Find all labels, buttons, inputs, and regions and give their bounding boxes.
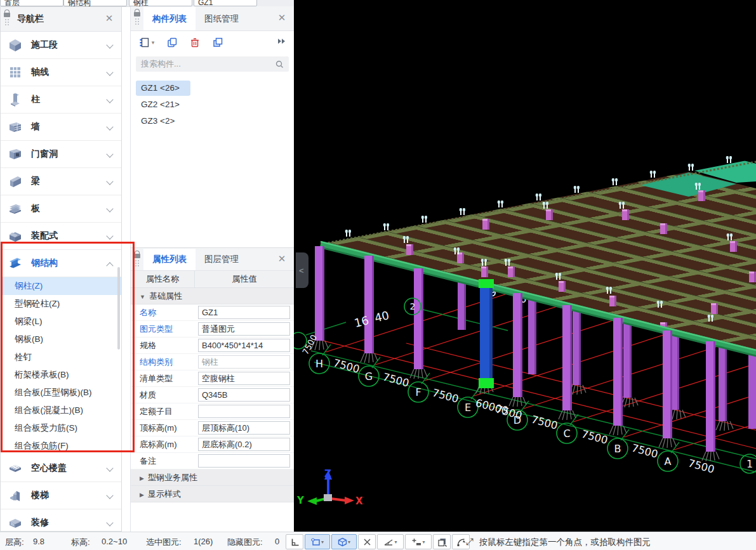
component-list-item[interactable]: GZ1 <26>	[136, 81, 190, 96]
new-document-icon	[139, 37, 150, 48]
section-basic-properties[interactable]: ▼基础属性	[131, 288, 294, 304]
selection-box-button[interactable]: ▾	[305, 534, 330, 549]
sidebar-subitem-src-column[interactable]: 型钢砼柱(Z)	[1, 295, 121, 313]
3d-viewport[interactable]: 49 0	[294, 0, 756, 532]
search-placeholder: 搜索构件...	[141, 58, 275, 70]
new-component-button[interactable]: ▾	[136, 34, 157, 51]
sidebar-item-prefab[interactable]: 装配式	[1, 223, 121, 250]
close-icon[interactable]: ✕	[276, 12, 288, 23]
panel-collapse-tab[interactable]: <	[296, 252, 308, 288]
panel-drag-handle[interactable]	[131, 248, 143, 270]
property-value-input[interactable]: GZ1	[198, 306, 290, 319]
sidebar-item-steel-structure[interactable]: 钢结构	[1, 250, 121, 277]
panel-drag-handle[interactable]	[131, 6, 143, 30]
property-value-input[interactable]: Q345B	[198, 388, 290, 402]
floor-height-label: 层高:	[5, 537, 24, 548]
view-3d-button[interactable]: ▾	[331, 534, 357, 549]
section-display-style[interactable]: ▶显示样式	[131, 486, 294, 502]
copy-component-button[interactable]	[164, 34, 180, 51]
sidebar-subitem-stud[interactable]: 栓钉	[1, 348, 121, 366]
floor-select[interactable]: 首层▾	[0, 0, 63, 6]
component-list-item[interactable]: GZ2 <21>	[136, 97, 190, 112]
resize-cursor-icon: ⤢	[466, 536, 474, 547]
close-icon[interactable]: ✕	[276, 253, 288, 265]
beam-icon	[7, 174, 23, 189]
svg-text:F: F	[415, 386, 421, 398]
sidebar-subitem-steel-plate[interactable]: 钢板(B)	[1, 331, 121, 348]
sidebar-subitem-truss-deck[interactable]: 桁架楼承板(B)	[1, 366, 121, 384]
sidebar-item-wall[interactable]: 墙	[1, 114, 121, 141]
property-value-input[interactable]: 层底标高(0.2)	[198, 438, 290, 451]
svg-text:7500: 7500	[630, 442, 659, 461]
sidebar-subitem-composite-profiled[interactable]: 组合板(压型钢板)(B)	[1, 384, 121, 402]
door-window-icon	[7, 147, 23, 162]
chevron-down-icon	[106, 492, 113, 499]
dimension-labels: 7500 7500 7500 7500 7500 7500 7500 7500 …	[300, 308, 715, 476]
delete-component-button[interactable]	[187, 34, 203, 51]
nav-scrollbar[interactable]	[117, 267, 120, 350]
angle-tool-button[interactable]: ▾	[377, 534, 404, 549]
property-row: 顶标高(m)层顶标高(10)	[131, 420, 294, 436]
sidebar-subitem-composite-concrete[interactable]: 组合板(混凝土)(B)	[1, 402, 121, 419]
sidebar-item-hollow-floor[interactable]: 空心楼盖	[1, 455, 121, 482]
sidebar-item-construction-segment[interactable]: 施工段	[1, 32, 121, 59]
close-icon[interactable]: ✕	[103, 13, 115, 24]
sidebar-subitem-composite-rebar[interactable]: 组合板受力筋(S)	[1, 419, 121, 437]
grip-bottom	[479, 378, 494, 388]
property-value-input[interactable]	[198, 405, 290, 418]
batch-select-button[interactable]	[433, 534, 451, 549]
sidebar-item-slab[interactable]: 板	[1, 195, 121, 223]
arc-arrow-icon	[456, 537, 466, 547]
copy-to-floors-button[interactable]	[209, 34, 226, 51]
sidebar-subitem-steel-column[interactable]: 钢柱(Z)	[1, 277, 121, 295]
sidebar-subitem-steel-beam[interactable]: 钢梁(L)	[1, 313, 121, 331]
element-type-select[interactable]: 钢柱▾	[129, 0, 192, 6]
property-value-input[interactable]: 空腹钢柱	[198, 372, 290, 385]
chevron-down-icon: ▾	[321, 539, 324, 545]
elevation-value: 0.2~10	[102, 537, 127, 546]
tab-layer-management[interactable]: 图层管理	[196, 249, 248, 270]
ortho-mode-button[interactable]	[286, 534, 303, 549]
sidebar-item-beam[interactable]: 梁	[1, 168, 121, 195]
property-value-input[interactable]: 钢柱	[198, 355, 290, 369]
tab-component-list[interactable]: 构件列表	[143, 7, 196, 30]
sidebar-item-stairs[interactable]: 楼梯	[1, 482, 121, 509]
section-steel-business-properties[interactable]: ▶型钢业务属性	[131, 469, 294, 486]
category-select[interactable]: 钢结构▾	[63, 0, 127, 6]
sidebar-subitem-composite-negative-rebar[interactable]: 组合板负筋(F)	[1, 437, 121, 455]
lock-icon[interactable]	[134, 251, 140, 258]
axis-z-label: Z	[324, 468, 331, 480]
chevron-down-icon: ▾	[348, 539, 350, 545]
svg-text:G: G	[365, 370, 373, 383]
sidebar-item-column[interactable]: 柱	[1, 86, 121, 114]
cross-snap-button[interactable]	[358, 534, 376, 549]
tab-drawing-management[interactable]: 图纸管理	[196, 7, 248, 30]
tab-property-list[interactable]: 属性列表	[143, 249, 196, 270]
properties-panel: 属性列表 图层管理 ✕ 属性名称 属性值 ▼基础属性 名称GZ1 图元类型普通图…	[130, 247, 294, 532]
chevron-down-icon	[106, 96, 113, 103]
offset-input-button[interactable]: ▾	[405, 534, 432, 549]
component-list-item[interactable]: GZ3 <2>	[136, 114, 190, 129]
chevron-down-icon	[106, 150, 113, 157]
component-select[interactable]: GZ1▾	[194, 0, 257, 6]
axis-triad: Z X Y	[296, 468, 363, 507]
property-value-input[interactable]	[198, 454, 290, 468]
panel-drag-handle[interactable]	[1, 7, 13, 31]
svg-text:7500: 7500	[580, 428, 609, 447]
lock-icon[interactable]	[134, 9, 140, 16]
floor-height-value: 9.8	[33, 537, 44, 546]
sidebar-item-door-window-opening[interactable]: 门窗洞	[1, 141, 121, 168]
lock-icon[interactable]	[4, 10, 10, 17]
search-input[interactable]: 搜索构件...	[136, 56, 289, 72]
chevron-down-icon	[106, 519, 113, 526]
property-value-input[interactable]: 层顶标高(10)	[198, 421, 290, 435]
svg-text:7500: 7500	[332, 357, 361, 376]
property-value-input[interactable]: B400*450*14*14	[198, 339, 290, 352]
statusbar-hint: 按鼠标左键指定第一个角点，或拾取构件图元	[479, 537, 651, 548]
chevron-left-icon: <	[299, 266, 304, 275]
wall-icon	[7, 119, 23, 134]
expand-toolbar-button[interactable]	[276, 36, 286, 49]
decoration-icon	[7, 515, 23, 530]
property-value-input[interactable]: 普通图元	[198, 322, 290, 336]
sidebar-item-axis[interactable]: 轴线	[1, 59, 121, 86]
